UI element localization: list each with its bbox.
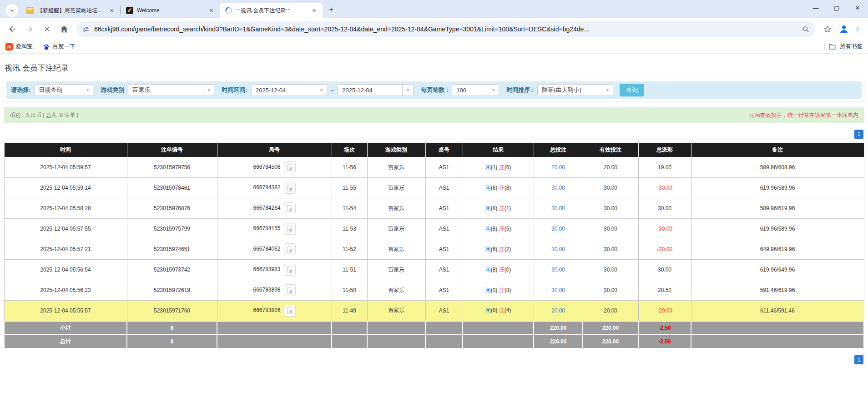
per-page-select[interactable]: 100 ▼ xyxy=(452,84,499,96)
round-id: 666784155 xyxy=(253,225,280,232)
payout: -30.00 xyxy=(638,219,691,239)
game-kind-select[interactable]: 百家乐 ▼ xyxy=(128,84,214,96)
all-bookmarks[interactable]: 所有书签 xyxy=(824,43,863,50)
round-cell: 666783826 xyxy=(217,301,332,321)
total-bet-link[interactable]: 30.00 xyxy=(551,226,565,232)
round-id: 666783826 xyxy=(253,307,280,313)
sort-select[interactable]: 降幂(由大到小) ▼ xyxy=(537,84,613,96)
column-header-total-bet: 总投注 xyxy=(534,143,583,157)
total-bet-link[interactable]: 30.00 xyxy=(551,246,565,252)
tab-title: :::视讯 会员下注纪录::: xyxy=(236,7,307,15)
round-cell: 666784062 xyxy=(217,239,332,260)
video-replay-button[interactable] xyxy=(284,202,296,214)
video-replay-button[interactable] xyxy=(284,305,296,317)
bet-id: 523015971760 xyxy=(127,301,217,321)
betrecord-favicon-icon xyxy=(225,7,232,14)
table-number: AS1 xyxy=(425,219,463,239)
total-bet-link[interactable]: 30.00 xyxy=(551,267,565,273)
bookmarks-divider xyxy=(824,43,825,50)
video-replay-button[interactable] xyxy=(284,223,296,235)
date-end-select[interactable]: 2025-12-04 ▼ xyxy=(338,84,414,96)
forward-button[interactable] xyxy=(22,21,37,37)
tab-close-icon[interactable]: ✕ xyxy=(310,7,318,15)
video-replay-button[interactable] xyxy=(284,264,296,276)
subtotal-valid-bet: 220.00 xyxy=(583,321,638,335)
table-row: 2025-12-04 05:59:14 523015978461 6667843… xyxy=(4,178,864,198)
note: 619.96/589.96 xyxy=(691,178,864,198)
bookmark-taobao[interactable]: 淘 爱淘宝 xyxy=(5,43,33,50)
bookmark-star-button[interactable] xyxy=(820,21,835,37)
browser-menu-button[interactable]: ⋮ xyxy=(853,25,863,34)
result-cell: 闲(0) 庄(8) xyxy=(463,280,534,301)
column-header-time: 时间 xyxy=(4,143,127,157)
player-result-label: 闲 xyxy=(485,246,491,252)
table-row: 2025-12-04 05:58:28 523015976876 6667842… xyxy=(4,198,864,219)
video-replay-button[interactable] xyxy=(284,284,296,296)
page-content: 视讯 会员下注纪录 请选择: 日期查询 ▼ 游戏类别 百家乐 ▼ 时间区间: 2… xyxy=(0,63,868,364)
page-number-button[interactable]: 1 xyxy=(854,130,863,139)
profile-button[interactable] xyxy=(837,22,851,36)
valid-bet: 30.00 xyxy=(583,219,638,239)
new-tab-button[interactable]: + xyxy=(325,4,337,15)
maximize-button[interactable]: ▢ xyxy=(826,0,847,15)
home-button[interactable] xyxy=(56,21,72,37)
payout: 30.00 xyxy=(638,198,691,219)
table-row: 2025-12-04 05:57:21 523015974651 6667840… xyxy=(4,239,864,260)
url-input[interactable]: 66cxkj98.com/game/betrecord_search/kind3… xyxy=(94,25,797,33)
query-button[interactable]: 查询 xyxy=(620,84,644,96)
video-replay-button[interactable] xyxy=(284,182,296,194)
page-number-button[interactable]: 1 xyxy=(854,355,863,364)
session: 11-51 xyxy=(332,260,367,280)
tab-close-icon[interactable]: ✕ xyxy=(207,7,215,15)
total-bet-link[interactable]: 20.00 xyxy=(551,164,565,171)
tab-close-icon[interactable]: ✕ xyxy=(108,7,116,15)
stop-loading-button[interactable] xyxy=(39,21,55,37)
round-cell: 666784506 xyxy=(217,157,332,178)
banker-result-count: (8) xyxy=(505,185,511,191)
back-button[interactable] xyxy=(5,21,20,37)
video-replay-button[interactable] xyxy=(284,161,296,173)
note: 591.46/619.96 xyxy=(691,280,864,301)
total-bet-link[interactable]: 30.00 xyxy=(551,287,565,293)
browser-tab-betrecord-active[interactable]: :::视讯 会员下注纪录::: ✕ xyxy=(220,3,323,18)
subtotal-payout: -2.50 xyxy=(638,321,691,335)
player-result-label: 闲 xyxy=(485,307,491,313)
note: 589.96/608.96 xyxy=(691,157,864,178)
banker-result-count: (5) xyxy=(505,226,511,232)
column-header-result: 结果 xyxy=(463,143,534,157)
banker-result-count: (8) xyxy=(505,287,511,293)
round-cell: 666784264 xyxy=(217,198,332,219)
minimize-button[interactable]: — xyxy=(805,0,826,15)
query-type-value: 日期查询 xyxy=(35,86,66,94)
url-bar[interactable]: 66cxkj98.com/game/betrecord_search/kind3… xyxy=(76,21,815,37)
subtotal-label: 小计 xyxy=(4,321,127,335)
total-bet-link[interactable]: 30.00 xyxy=(551,185,565,191)
game-kind-label: 游戏类别 xyxy=(101,86,124,94)
query-type-select[interactable]: 日期查询 ▼ xyxy=(34,84,93,96)
close-button[interactable]: ✕ xyxy=(847,0,868,15)
total-bet-link[interactable]: 30.00 xyxy=(551,205,565,212)
column-header-game: 游戏类别 xyxy=(367,143,425,157)
valid-bet: 20.00 xyxy=(583,157,638,178)
column-header-round-id: 局号 xyxy=(217,143,332,157)
bookmark-baidu[interactable]: 百度一下 xyxy=(43,43,76,50)
note: 649.96/619.96 xyxy=(691,239,864,260)
zoom-icon[interactable] xyxy=(802,25,810,33)
session: 11-53 xyxy=(332,219,367,239)
total-bet-link[interactable]: 20.00 xyxy=(551,307,565,314)
date-range-tilde: ~ xyxy=(331,87,334,94)
video-file-icon xyxy=(286,267,293,273)
video-replay-button[interactable] xyxy=(284,243,296,255)
round-cell: 666783898 xyxy=(217,280,332,301)
note: 619.96/649.96 xyxy=(691,260,864,280)
date-start-select[interactable]: 2025-12-04 ▼ xyxy=(251,84,327,96)
note: 589.96/619.96 xyxy=(691,198,864,219)
player-result-label: 闲 xyxy=(485,267,491,273)
browser-tab-welcome[interactable]: Welcome ✕ xyxy=(121,3,220,18)
game-kind: 百家乐 xyxy=(367,198,425,219)
chevron-down-icon: ▼ xyxy=(316,85,327,96)
result-cell: 闲(8) 庄(5) xyxy=(463,219,534,239)
browser-tab-forum[interactable]: 【新提醒】海燕策略论坛 - 综合 ✕ xyxy=(21,3,120,18)
tab-search-button[interactable] xyxy=(5,4,18,17)
table-number: AS1 xyxy=(425,178,463,198)
